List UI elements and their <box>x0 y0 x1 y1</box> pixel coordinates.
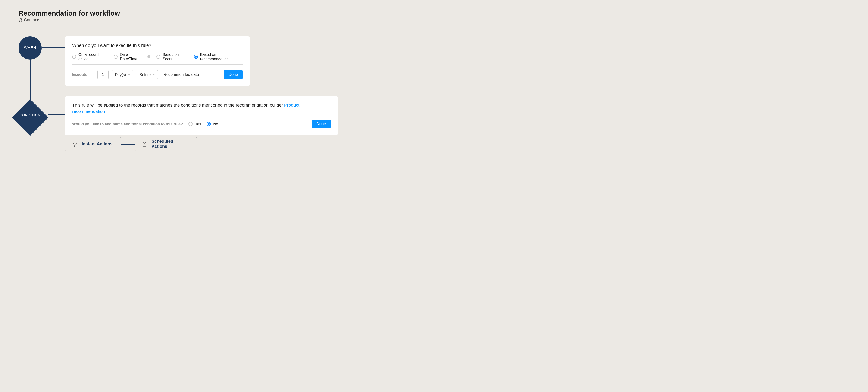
condition-extra-question: Would you like to add some additional co… <box>72 122 183 126</box>
radio-icon <box>114 55 118 59</box>
when-done-button[interactable]: Done <box>224 70 243 79</box>
radio-date-time[interactable]: On a Date/Time i <box>114 52 151 61</box>
radio-no[interactable]: No <box>207 122 218 126</box>
radio-recommendation[interactable]: Based on recommendation <box>194 52 243 61</box>
radio-label: Based on Score <box>163 52 188 61</box>
when-question: When do you want to execute this rule? <box>72 43 243 48</box>
radio-record-action[interactable]: On a record action <box>72 52 107 61</box>
radio-icon <box>72 55 76 59</box>
lightning-icon <box>72 140 78 147</box>
execute-reference-label: Recommended date <box>163 72 199 77</box>
radio-label: On a Date/Time <box>120 52 145 61</box>
page-subtitle: @ Contacts <box>19 18 362 23</box>
hourglass-icon <box>142 140 148 147</box>
execute-unit-select[interactable]: Day(s) <box>112 70 133 79</box>
radio-yes[interactable]: Yes <box>188 122 201 126</box>
condition-done-button[interactable]: Done <box>312 119 331 128</box>
when-radio-group: On a record action On a Date/Time i Base… <box>72 52 243 65</box>
workflow-canvas: WHEN When do you want to execute this ru… <box>19 36 362 166</box>
condition-text: This rule will be applied to the records… <box>72 103 284 108</box>
condition-description: This rule will be applied to the records… <box>72 102 331 114</box>
radio-label: Based on recommendation <box>200 52 243 61</box>
condition-node: CONDITION 1 <box>11 99 49 136</box>
radio-icon <box>188 122 193 126</box>
when-node: WHEN <box>19 36 42 59</box>
select-value: Day(s) <box>115 73 126 77</box>
action-label: Scheduled Actions <box>152 139 190 149</box>
radio-label: Yes <box>195 122 201 126</box>
condition-extra-row: Would you like to add some additional co… <box>72 119 331 128</box>
chevron-down-icon <box>128 74 130 75</box>
radio-label: No <box>213 122 218 126</box>
execute-label: Execute <box>72 72 87 77</box>
execute-number-input[interactable] <box>97 70 108 79</box>
radio-icon <box>156 55 160 59</box>
radio-label: On a record action <box>79 52 107 61</box>
radio-icon <box>207 122 211 126</box>
condition-card: This rule will be applied to the records… <box>65 96 338 135</box>
radio-score[interactable]: Based on Score <box>156 52 188 61</box>
scheduled-actions-button[interactable]: Scheduled Actions <box>135 137 197 151</box>
page-header: Recommendation for workflow @ Contacts <box>19 9 362 23</box>
connector-instant-to-scheduled <box>121 144 135 145</box>
execute-relation-select[interactable]: Before <box>136 70 158 79</box>
select-value: Before <box>140 73 151 77</box>
chevron-down-icon <box>153 74 155 75</box>
when-node-label: WHEN <box>24 46 36 50</box>
connector-condition-to-card <box>48 114 65 115</box>
condition-node-label: CONDITION 1 <box>20 113 40 122</box>
page-title: Recommendation for workflow <box>19 9 362 17</box>
info-icon[interactable]: i <box>148 55 151 58</box>
radio-icon <box>194 55 198 59</box>
when-card: When do you want to execute this rule? O… <box>65 36 250 86</box>
execute-row: Execute Day(s) Before Recommended date D… <box>72 70 243 79</box>
instant-actions-button[interactable]: Instant Actions <box>65 137 121 151</box>
action-label: Instant Actions <box>82 141 113 146</box>
connector-when-to-card <box>42 48 65 48</box>
